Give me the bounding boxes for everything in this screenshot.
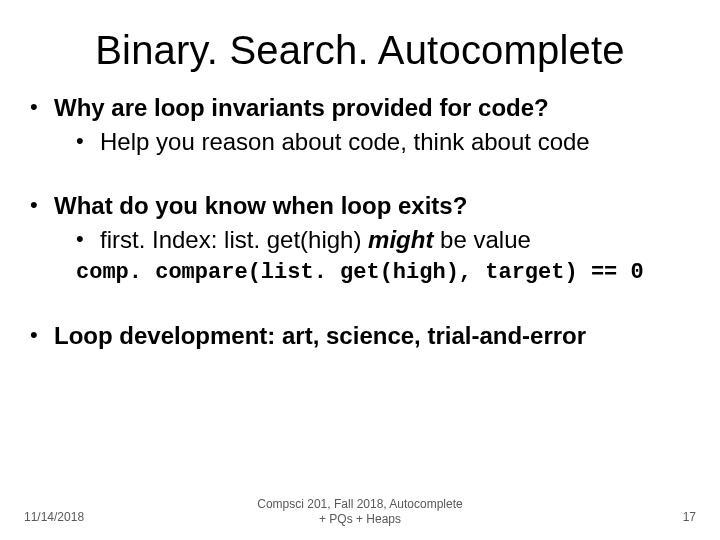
bullet-icon: • xyxy=(76,127,100,156)
bullet-icon: • xyxy=(76,225,100,254)
bullet-item-2: • What do you know when loop exits? • fi… xyxy=(30,191,690,287)
footer-page-number: 17 xyxy=(683,510,696,524)
sub-text-em: might xyxy=(368,226,433,253)
slide-title: Binary. Search. Autocomplete xyxy=(0,0,720,73)
sub-item: • first. Index: list. get(high) might be… xyxy=(76,225,690,255)
sub-item: • Help you reason about code, think abou… xyxy=(76,127,690,157)
bullet-icon: • xyxy=(30,93,54,122)
footer-center-line1: Compsci 201, Fall 2018, Autocomplete xyxy=(0,497,720,511)
slide: Binary. Search. Autocomplete • Why are l… xyxy=(0,0,720,540)
sub-text: first. Index: list. get(high) might be v… xyxy=(100,225,690,255)
sub-text-pre: first. Index: list. get(high) xyxy=(100,226,368,253)
sub-text: Help you reason about code, think about … xyxy=(100,127,690,157)
bullet-icon: • xyxy=(30,191,54,220)
code-line: comp. compare(list. get(high), target) =… xyxy=(30,259,690,287)
bullet-row: • Why are loop invariants provided for c… xyxy=(30,93,690,123)
sub-list: • first. Index: list. get(high) might be… xyxy=(30,225,690,255)
footer-center: Compsci 201, Fall 2018, Autocomplete + P… xyxy=(0,497,720,526)
bullet-list: • Why are loop invariants provided for c… xyxy=(30,93,690,351)
slide-content: • Why are loop invariants provided for c… xyxy=(0,73,720,351)
bullet-item-1: • Why are loop invariants provided for c… xyxy=(30,93,690,157)
bullet-text: What do you know when loop exits? xyxy=(54,191,690,221)
bullet-row: • Loop development: art, science, trial-… xyxy=(30,321,690,351)
bullet-row: • What do you know when loop exits? xyxy=(30,191,690,221)
footer-center-line2: + PQs + Heaps xyxy=(0,512,720,526)
footer: 11/14/2018 Compsci 201, Fall 2018, Autoc… xyxy=(0,496,720,526)
bullet-icon: • xyxy=(30,321,54,350)
sub-text-post: be value xyxy=(433,226,530,253)
bullet-item-3: • Loop development: art, science, trial-… xyxy=(30,321,690,351)
bullet-text: Loop development: art, science, trial-an… xyxy=(54,321,690,351)
sub-list: • Help you reason about code, think abou… xyxy=(30,127,690,157)
bullet-text: Why are loop invariants provided for cod… xyxy=(54,93,690,123)
